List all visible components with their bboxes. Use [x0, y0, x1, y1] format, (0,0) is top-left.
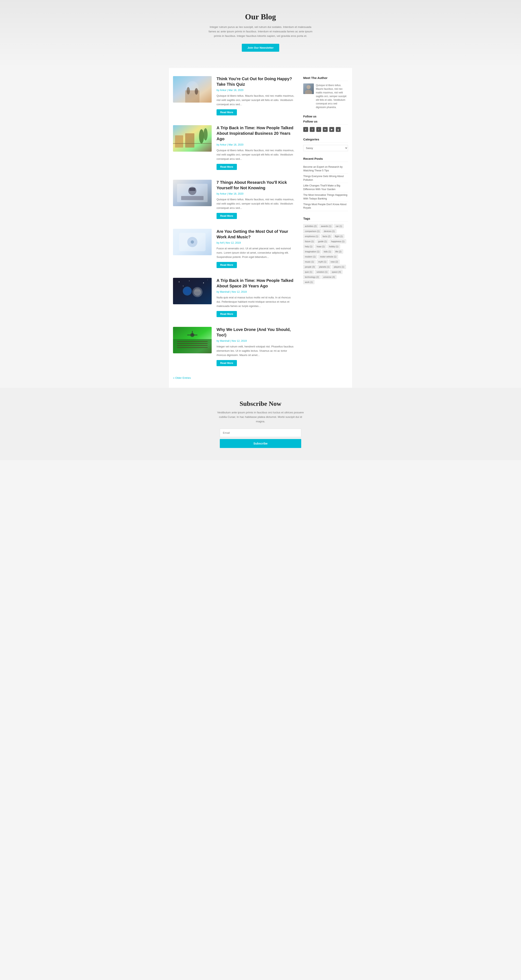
older-entries-link[interactable]: « Older Entries [173, 376, 191, 379]
post-excerpt-6: Integer vel rutrum velit, hendrerit volu… [216, 344, 295, 357]
tag-item[interactable]: work (1) [303, 280, 315, 284]
tag-item[interactable]: awards (1) [319, 224, 333, 228]
post-content-5: A Trip Back in Time: How People Talked A… [216, 278, 295, 317]
tag-item[interactable]: happiness (1) [329, 239, 346, 243]
blog-post: Why We Love Drone (And You Should, Too!)… [173, 327, 295, 366]
tag-item[interactable]: hobby (1) [327, 245, 340, 248]
recent-posts-list: Become an Expert on Research by Watching… [303, 164, 348, 211]
tag-item[interactable]: people (3) [303, 265, 316, 269]
post-excerpt-4: Fusce at venenatis orci. Ut sit amet pla… [216, 246, 295, 259]
post-image-5 [173, 278, 212, 304]
read-more-button-3[interactable]: Read More [216, 213, 237, 219]
svg-point-9 [203, 128, 208, 140]
svg-point-27 [184, 288, 190, 294]
tag-item[interactable]: comparison (1) [303, 229, 321, 233]
tag-item[interactable]: help (1) [303, 245, 314, 248]
svg-point-29 [194, 288, 201, 296]
tag-item[interactable]: myth (1) [317, 260, 328, 264]
tag-item[interactable]: universe (4) [322, 275, 337, 279]
tag-item[interactable]: modern (1) [303, 255, 317, 259]
social-icons-container: f t i in ▶ g [303, 127, 348, 132]
tag-item[interactable]: solution (1) [315, 270, 329, 274]
post-image-1 [173, 76, 212, 103]
svg-rect-19 [173, 229, 212, 255]
svg-rect-39 [192, 331, 193, 335]
tag-item[interactable]: motor vehicle (1) [318, 255, 338, 259]
tag-item[interactable]: players (1) [332, 265, 346, 269]
tag-item[interactable]: facts (2) [321, 234, 332, 238]
newsletter-button[interactable]: Join Our Newsletter [242, 44, 279, 52]
post-excerpt-1: Quisque id libero tellus. Mauris faucibu… [216, 94, 295, 107]
tag-item[interactable]: devices (1) [322, 229, 337, 233]
categories-select[interactable]: Sassy [303, 145, 348, 151]
read-more-button-4[interactable]: Read More [216, 262, 237, 268]
tags-container: activities (2) awards (1) car (1) compar… [303, 224, 348, 284]
subscribe-button[interactable]: Subscribe [220, 439, 301, 448]
post-image-3 [173, 180, 212, 206]
post-meta-6: by Marshall | Nov 12, 2019 [216, 339, 295, 342]
svg-point-21 [179, 282, 179, 282]
subscribe-section: Subscribe Now Vestibulum ante ipsum prim… [0, 388, 521, 460]
tag-item[interactable]: quiz (1) [303, 270, 314, 274]
twitter-icon[interactable]: t [310, 127, 315, 132]
post-excerpt-5: Nulla quis erat ut massa luctus mollis v… [216, 295, 295, 308]
hero-section: Our Blog Integer rutrum purus ac leo sus… [0, 0, 521, 68]
post-meta-4: by Arif | Nov 12, 2019 [216, 242, 295, 244]
read-more-button-1[interactable]: Read More [216, 109, 237, 115]
post-image-6 [173, 327, 212, 353]
tag-item[interactable]: imagination (1) [303, 250, 321, 254]
read-more-button-5[interactable]: Read More [216, 311, 237, 317]
sidebar-tags-title: Tags [303, 217, 348, 222]
author-avatar [303, 83, 314, 94]
blog-post: Are You Getting the Most Out of Your Wor… [173, 229, 295, 268]
tag-item[interactable]: guide (1) [316, 239, 329, 243]
blog-post: A Trip Back in Time: How People Talked A… [173, 125, 295, 170]
post-image-2 [173, 125, 212, 152]
svg-point-3 [187, 87, 190, 94]
author-bio: Quisque id libero tellus. Mauris faucibu… [316, 83, 348, 109]
post-meta-3: by Ankur | Mar 18, 2020 [216, 192, 295, 195]
recent-post-item[interactable]: Become an Expert on Research by Watching… [303, 164, 348, 173]
svg-rect-33 [177, 341, 208, 342]
post-title-6: Why We Love Drone (And You Should, Too!) [216, 327, 295, 338]
tag-item[interactable]: future (1) [303, 239, 315, 243]
sidebar-follow-us: Follow us Follow us f t i in ▶ g [303, 115, 348, 132]
svg-point-4 [195, 88, 198, 95]
sidebar-tags: Tags activities (2) awards (1) car (1) c… [303, 217, 348, 284]
recent-post-item[interactable]: Things Most People Don't Know About Roya… [303, 202, 348, 211]
tag-item[interactable]: music (1) [303, 260, 316, 264]
tag-item[interactable]: emptiness (1) [303, 234, 320, 238]
post-title-3: 7 Things About Research You'll Kick Your… [216, 180, 295, 191]
recent-post-item[interactable]: Things Everyone Gets Wrong About Polluti… [303, 173, 348, 183]
tag-item[interactable]: space (4) [330, 270, 343, 274]
sidebar: Meet The Author [303, 76, 348, 380]
post-content-3: 7 Things About Research You'll Kick Your… [216, 180, 295, 219]
sidebar-categories-title: Categories [303, 138, 348, 142]
tag-item[interactable]: hoax (1) [315, 245, 326, 248]
blog-post: A Trip Back in Time: How People Talked A… [173, 278, 295, 317]
pagination: « Older Entries [173, 376, 295, 380]
svg-rect-30 [195, 290, 200, 291]
tag-item[interactable]: kids (1) [322, 250, 333, 254]
sidebar-meet-author: Meet The Author [303, 76, 348, 109]
tag-item[interactable]: planets (1) [318, 265, 331, 269]
tag-item[interactable]: life (2) [334, 250, 343, 254]
svg-rect-14 [189, 188, 195, 191]
subscribe-email-input[interactable] [220, 429, 301, 437]
youtube-icon[interactable]: ▶ [329, 127, 334, 132]
tag-item[interactable]: flight (1) [333, 234, 344, 238]
facebook-icon[interactable]: f [303, 127, 308, 132]
tag-item[interactable]: technology (2) [303, 275, 321, 279]
post-meta-2: by Ankur | Mar 18, 2020 [216, 143, 295, 146]
tag-item[interactable]: car (1) [334, 224, 343, 228]
google-icon[interactable]: g [336, 127, 341, 132]
tag-item[interactable]: new (2) [329, 260, 340, 264]
read-more-button-6[interactable]: Read More [216, 360, 237, 366]
main-container: Think You're Cut Out for Doing Happy? Ta… [169, 68, 352, 388]
read-more-button-2[interactable]: Read More [216, 164, 237, 170]
tag-item[interactable]: activities (2) [303, 224, 318, 228]
linkedin-icon[interactable]: in [323, 127, 328, 132]
recent-post-item[interactable]: The Most Innovative Things Happening Wit… [303, 192, 348, 202]
recent-post-item[interactable]: Little Changes That'll Make a Big Differ… [303, 183, 348, 192]
instagram-icon[interactable]: i [316, 127, 321, 132]
